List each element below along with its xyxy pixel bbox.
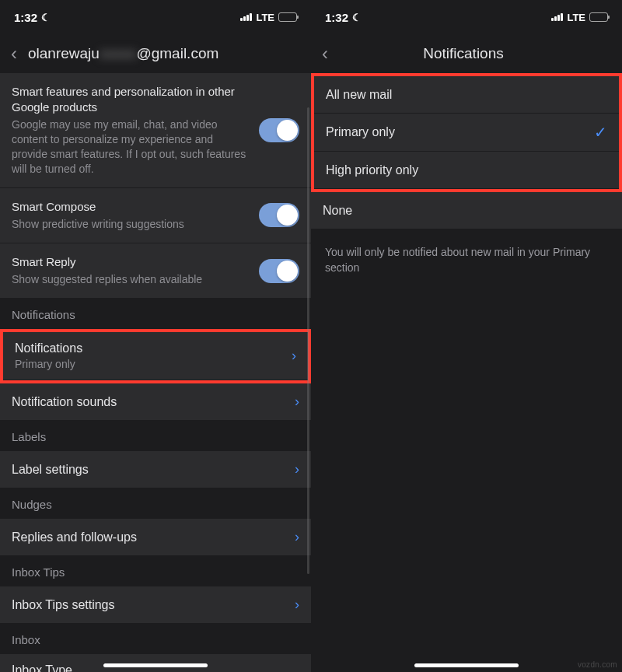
network-label: LTE <box>256 12 274 23</box>
notifications-row[interactable]: Notifications Primary only › <box>3 332 308 380</box>
home-indicator[interactable] <box>103 663 208 667</box>
section-labels: Labels <box>0 421 311 451</box>
phone-right: 1:32 ☾ LTE ‹ Notifications All new mail … <box>311 0 622 672</box>
smart-reply-desc: Show suggested replies when available <box>12 272 250 287</box>
section-inbox-tips: Inbox Tips <box>0 556 311 586</box>
battery-icon <box>589 12 608 22</box>
phone-left: 1:32 ☾ LTE ‹ olanrewajuxxxxx@gmail.com S… <box>0 0 311 672</box>
check-icon: ✓ <box>594 123 607 142</box>
highlight-notifications: Notifications Primary only › <box>0 329 311 383</box>
chevron-right-icon: › <box>295 597 299 613</box>
section-inbox: Inbox <box>0 624 311 654</box>
replies-followups-title: Replies and follow-ups <box>12 530 295 544</box>
smart-features-toggle[interactable] <box>259 118 299 142</box>
network-label: LTE <box>567 12 585 23</box>
smart-compose-title: Smart Compose <box>12 199 250 215</box>
status-bar: 1:32 ☾ LTE <box>311 0 622 34</box>
page-title: Notifications <box>339 45 611 62</box>
settings-content: Smart features and personalization in ot… <box>0 73 311 672</box>
home-indicator[interactable] <box>414 663 519 667</box>
option-label: All new mail <box>326 88 392 102</box>
chevron-right-icon: › <box>295 394 299 410</box>
smart-features-desc: Google may use my email, chat, and video… <box>12 117 250 177</box>
notifications-sub: Primary only <box>15 358 292 370</box>
back-icon[interactable]: ‹ <box>322 44 328 63</box>
option-label: Primary only <box>326 125 395 139</box>
smart-reply-toggle[interactable] <box>259 259 299 283</box>
smart-features-row[interactable]: Smart features and personalization in ot… <box>0 73 311 188</box>
section-notifications: Notifications <box>0 299 311 329</box>
option-label: High priority only <box>326 163 418 177</box>
inbox-tips-settings-title: Inbox Tips settings <box>12 598 295 612</box>
label-settings-row[interactable]: Label settings › <box>0 451 311 488</box>
option-primary-only[interactable]: Primary only ✓ <box>314 114 619 152</box>
hint-text: You will only be notified about new mail… <box>311 229 622 291</box>
option-high-priority[interactable]: High priority only <box>314 152 619 189</box>
smart-compose-desc: Show predictive writing suggestions <box>12 217 250 232</box>
header: ‹ olanrewajuxxxxx@gmail.com <box>0 34 311 73</box>
notifications-content: All new mail Primary only ✓ High priorit… <box>311 73 622 672</box>
notification-sounds-title: Notification sounds <box>12 395 295 409</box>
signal-icon <box>551 13 563 21</box>
status-time: 1:32 <box>14 11 37 24</box>
chevron-right-icon: › <box>295 461 299 478</box>
replies-followups-row[interactable]: Replies and follow-ups › <box>0 519 311 556</box>
option-label: None <box>323 204 352 218</box>
signal-icon <box>240 13 252 21</box>
option-none[interactable]: None <box>311 192 622 229</box>
smart-features-title: Smart features and personalization in ot… <box>12 84 250 114</box>
watermark: vozdn.com <box>578 660 617 669</box>
battery-icon <box>278 12 297 22</box>
do-not-disturb-icon: ☾ <box>41 12 51 23</box>
smart-compose-toggle[interactable] <box>259 203 299 227</box>
notification-sounds-row[interactable]: Notification sounds › <box>0 383 311 421</box>
smart-reply-row[interactable]: Smart Reply Show suggested replies when … <box>0 243 311 299</box>
chevron-right-icon: › <box>292 348 296 364</box>
label-settings-title: Label settings <box>12 463 295 477</box>
option-all-new-mail[interactable]: All new mail <box>314 76 619 114</box>
inbox-tips-settings-row[interactable]: Inbox Tips settings › <box>0 586 311 624</box>
scrollbar[interactable] <box>307 107 309 574</box>
page-title: olanrewajuxxxxx@gmail.com <box>28 45 300 62</box>
chevron-right-icon: › <box>295 529 299 545</box>
section-nudges: Nudges <box>0 488 311 519</box>
do-not-disturb-icon: ☾ <box>352 12 362 23</box>
back-icon[interactable]: ‹ <box>11 44 17 63</box>
status-bar: 1:32 ☾ LTE <box>0 0 311 34</box>
smart-reply-title: Smart Reply <box>12 254 250 270</box>
highlight-options: All new mail Primary only ✓ High priorit… <box>311 73 622 192</box>
smart-compose-row[interactable]: Smart Compose Show predictive writing su… <box>0 188 311 243</box>
status-time: 1:32 <box>325 11 348 24</box>
header: ‹ Notifications <box>311 34 622 73</box>
notifications-title: Notifications <box>15 341 292 355</box>
redacted-text: xxxxx <box>100 45 137 62</box>
